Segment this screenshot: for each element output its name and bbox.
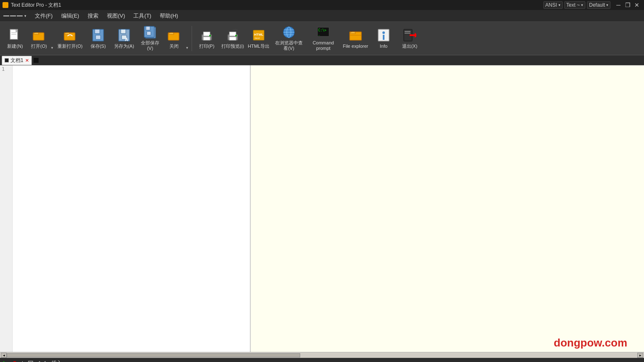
info-icon [376, 28, 391, 43]
svg-rect-20 [203, 37, 210, 40]
svg-text:HTML: HTML [254, 33, 263, 36]
htmlexport-label: HTML导出 [248, 44, 270, 49]
default-dropdown[interactable]: Default ▾ [587, 1, 610, 9]
window-controls: ─ ❐ ✕ [614, 1, 641, 9]
toolbar-fileexplorer-button[interactable]: File explorer [341, 24, 370, 53]
fileexplorer-label: File explorer [343, 44, 369, 49]
toolbar-separator1 [192, 26, 192, 51]
tab-doc1[interactable]: 文档1 ✕ [2, 56, 32, 65]
menu-tools[interactable]: 工具(T) [129, 11, 156, 21]
line-numbers: 1 [0, 65, 13, 352]
toolbar-save-button[interactable]: 保存(S) [86, 24, 111, 53]
insert-mode-label: 插入 [52, 359, 62, 362]
tab-doc1-close[interactable]: ✕ [25, 58, 29, 63]
menu-edit[interactable]: 编辑(E) [57, 11, 83, 21]
horizontal-scrollbar[interactable]: ◂ ▸ [0, 352, 644, 358]
close-button[interactable]: ✕ [632, 1, 641, 9]
toolbar-savecopy-button[interactable]: 全部保存(V) [138, 24, 163, 53]
app-icon [3, 2, 8, 8]
toolbar-browsersearch-button[interactable]: 在浏览器中查看(V) [272, 24, 306, 53]
svg-rect-23 [229, 32, 236, 36]
editor-right-pane [251, 65, 644, 352]
editor-left-pane: 1 [0, 65, 251, 352]
status-position: 1: 1 [38, 360, 47, 362]
toolbar-saveas-button[interactable]: A 另存为(A) [112, 24, 137, 53]
close-file-icon [166, 28, 182, 43]
svg-rect-16 [147, 31, 151, 35]
status-separator: | [22, 360, 23, 362]
editor-content[interactable] [13, 65, 250, 352]
svg-text:.html: .html [254, 37, 260, 39]
line-number-1: 1 [2, 66, 10, 72]
toolbar-info-button[interactable]: Info [371, 24, 396, 53]
default-arrow-icon: ▾ [606, 3, 608, 7]
toolbar-close-button[interactable]: 关闭 [164, 24, 184, 53]
exit-label: 退出(X) [402, 44, 418, 49]
reopen-icon [62, 28, 78, 43]
svg-rect-10 [121, 29, 126, 34]
toolbar-print-button[interactable]: 打印(P) [194, 24, 219, 53]
toolbar-exit-button[interactable]: 退出(X) [397, 24, 422, 53]
svg-point-25 [235, 35, 237, 36]
menu-file[interactable]: 文件(F) [31, 11, 57, 21]
menubar: ▾ 文件(F) 编辑(E) 搜索 视图(V) 工具(T) 帮助(H) [0, 10, 644, 22]
commandprompt-label: Command prompt [307, 40, 339, 51]
toolbar-reopen-button[interactable]: 重新打开(O) [55, 24, 85, 53]
reopen-label: 重新打开(O) [57, 44, 83, 49]
menu-help[interactable]: 帮助(H) [156, 11, 182, 21]
new-label: 新建(N) [7, 44, 23, 49]
svg-point-40 [382, 31, 385, 34]
saveas-icon: A [117, 28, 132, 43]
svg-rect-19 [203, 32, 210, 36]
print-icon [199, 28, 214, 43]
scroll-right-button[interactable]: ▸ [637, 353, 643, 358]
svg-rect-15 [146, 26, 150, 30]
exit-icon [402, 28, 417, 43]
menu-view[interactable]: 视图(V) [103, 11, 129, 21]
scroll-track[interactable] [7, 353, 637, 357]
svg-rect-41 [383, 35, 384, 40]
status-macro [28, 361, 33, 362]
tab-doc1-label: 文档1 [10, 57, 23, 64]
menu-search[interactable]: 搜索 [83, 11, 103, 21]
tab-black-square [34, 58, 39, 63]
toolbar-printpreview-button[interactable]: 打印预览(i) [220, 24, 245, 53]
macro-icon [28, 361, 33, 362]
save-label: 保存(S) [91, 44, 106, 49]
hamburger-bar3 [17, 16, 23, 16]
scroll-thumb[interactable] [7, 353, 300, 357]
toolbar-commandprompt-button[interactable]: C:\>_ Command prompt [306, 24, 340, 53]
toolbar-htmlexport-button[interactable]: HTML.html HTML导出 [246, 24, 271, 53]
toolbar-new-button[interactable]: 新建(N) [3, 24, 28, 53]
browsersearch-label: 在浏览器中查看(V) [273, 40, 305, 51]
titlebar-title: Text Editor Pro - 文档1 [11, 2, 61, 9]
save-icon [91, 28, 106, 43]
svg-point-21 [209, 35, 211, 36]
printpreview-label: 打印预览(i) [221, 44, 244, 49]
hamburger-menu[interactable]: ▾ [2, 13, 28, 19]
ansi-dropdown[interactable]: ANSI ▾ [543, 1, 563, 9]
open-label: 打开(O) [31, 44, 47, 49]
svg-rect-8 [96, 35, 101, 39]
svg-text:A: A [125, 37, 128, 42]
hamburger-bar2 [10, 16, 16, 16]
browsersearch-icon [281, 26, 296, 40]
open-arrow-button[interactable]: ▾ [49, 24, 55, 53]
savecopy-icon [143, 26, 158, 40]
text-dropdown[interactable]: Text ~ ▾ [564, 1, 585, 9]
savecopy-label: 全部保存(V) [138, 40, 162, 51]
play-icon [3, 361, 8, 362]
toolbar-open-button[interactable]: 打开(O) [29, 24, 49, 53]
tab-doc1-icon [5, 58, 9, 62]
titlebar-left: Text Editor Pro - 文档1 [3, 2, 61, 9]
minimize-button[interactable]: ─ [614, 1, 623, 9]
fileexplorer-icon [348, 28, 363, 43]
close-arrow-button[interactable]: ▾ [184, 24, 190, 53]
status-play [3, 361, 8, 362]
printpreview-icon [225, 28, 240, 43]
scroll-left-button[interactable]: ◂ [1, 353, 7, 358]
restore-button[interactable]: ❐ [623, 1, 632, 9]
toolbar-open-group: 打开(O) ▾ [29, 24, 55, 53]
print-label: 打印(P) [199, 44, 215, 49]
svg-rect-7 [95, 29, 100, 34]
